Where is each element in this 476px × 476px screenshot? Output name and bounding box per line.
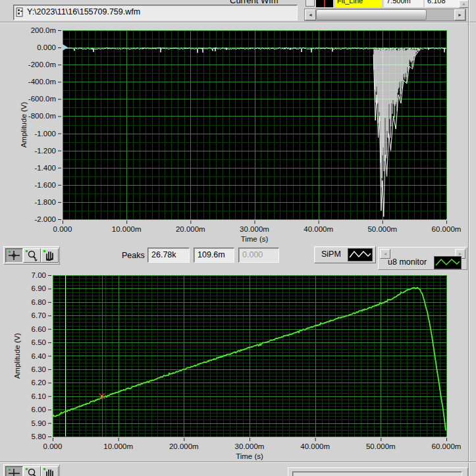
peaks-field-1-value: 26.78k <box>148 248 189 259</box>
x-axis-tick-label: 30.000m <box>235 442 265 450</box>
x-axis-title: Time (s) <box>241 235 269 243</box>
palette2-cursor-tool-button[interactable] <box>5 466 23 476</box>
hand-icon <box>41 467 58 476</box>
graph2-legend-label: u8 monitor <box>388 257 427 267</box>
peaks-field-2-value: 109.6m <box>194 248 234 259</box>
file-path-control[interactable]: Y:\2023\11\16\155709.759.wfm <box>13 5 298 20</box>
palette2-pan-tool-button[interactable] <box>41 466 59 476</box>
y-axis-tick-label: 6.40 <box>32 352 46 360</box>
peaks-label: Peaks <box>122 251 145 260</box>
top-divider <box>0 22 476 23</box>
scroll-right-button[interactable]: ► <box>454 9 465 20</box>
x-axis-tick-label: 40.000m <box>300 442 330 450</box>
cursor-x-cell[interactable]: 7.500m <box>384 0 423 7</box>
peaks-field-3: 0.000 <box>238 248 279 263</box>
hand-icon <box>41 249 58 262</box>
x-axis-tick-label: 10.000m <box>112 225 142 233</box>
x-axis-tick-label: 0.000 <box>43 442 63 450</box>
palette-cursor-tool-button[interactable] <box>5 248 23 263</box>
u8-monitor-waveform-icon[interactable] <box>434 256 462 269</box>
x-axis-tick-label: 20.000m <box>176 225 205 233</box>
graph-u8-monitor[interactable]: 0.00010.000m20.000m30.000m40.000m50.000m… <box>0 270 476 476</box>
y-axis-tick-label: 6.10 <box>32 392 46 400</box>
graph1-plot-legend[interactable]: SiPM <box>314 246 376 263</box>
cursor-legend-scroll-up-button[interactable]: ▲ <box>459 0 469 8</box>
cursor-legend-check-icon[interactable] <box>305 0 315 7</box>
y-axis-tick-label: 5.80 <box>32 433 46 440</box>
y-axis-tick-label: 6.60 <box>32 325 46 333</box>
x-axis-tick-label: 50.000m <box>367 225 397 233</box>
y-axis-tick-label: 6.80 <box>32 298 46 306</box>
graph1-palette <box>3 246 60 265</box>
palette-zoom-tool-button[interactable] <box>23 248 41 263</box>
palette-pan-tool-button[interactable] <box>41 248 59 263</box>
y-axis-title: Amplitude (V) <box>20 102 28 148</box>
y-axis-tick-label: -600.0m <box>28 95 56 103</box>
cursor-name-cell[interactable]: Fit_Line <box>335 0 382 7</box>
graph2-plot-legend-group: ◄ ► u8 monitor <box>378 247 467 270</box>
bottom-right-panel-inner <box>292 471 462 476</box>
graph2-palette <box>3 464 60 476</box>
y-axis-tick-label: -1.200 <box>34 147 56 155</box>
magnifier-icon <box>24 467 40 476</box>
y-axis-tick-label: 6.20 <box>32 379 46 386</box>
graph1-legend-label: SiPM <box>321 250 341 259</box>
y-axis-tick-label: 6.70 <box>32 311 46 319</box>
y-axis-tick-label: -1.800 <box>34 198 56 206</box>
cursor-y-cell[interactable]: 6.108 <box>425 0 459 7</box>
x-axis-tick-label: 50.000m <box>366 442 396 450</box>
bottom-divider <box>0 462 476 463</box>
x-axis-tick-label: 0.000 <box>53 225 72 233</box>
bottom-right-panel <box>288 467 468 476</box>
y-axis-tick-label: -800.0m <box>28 112 56 120</box>
y-axis-tick-label: 0.000 <box>37 43 56 51</box>
x-axis-tick-label: 60.000m <box>432 442 462 450</box>
y-axis-tick-label: -1.000 <box>34 130 56 138</box>
scroll-thumb[interactable] <box>316 9 427 20</box>
y-axis-tick-label: -400.0m <box>28 78 56 86</box>
cursor-style-icon[interactable] <box>316 0 333 7</box>
peaks-field-1[interactable]: 26.78k <box>147 248 190 263</box>
peaks-field-3-value: 0.000 <box>239 248 278 259</box>
file-path-text[interactable]: Y:\2023\11\16\155709.759.wfm <box>27 7 140 16</box>
y-axis-tick-label: -200.0m <box>28 61 56 68</box>
x-axis-tick-label: 40.000m <box>304 225 333 233</box>
x-axis-title: Time (s) <box>236 452 263 460</box>
labview-front-panel: { "colors": { "window_bg": "#d2d2d2", "p… <box>0 0 476 476</box>
y-axis-tick-label: 5.90 <box>32 419 46 427</box>
y-axis-tick-label: 6.30 <box>32 365 46 373</box>
x-axis-tick-label: 30.000m <box>240 225 269 233</box>
crosshair-icon <box>6 467 22 476</box>
y-axis-tick-label: 6.50 <box>32 338 46 346</box>
cursor-marker-center <box>101 396 103 397</box>
x-axis-tick-label: 60.000m <box>432 225 462 233</box>
y-axis-tick-label: 6.90 <box>32 284 46 292</box>
path-type-icon <box>16 7 24 20</box>
y-axis-tick-label: 200.0m <box>31 26 56 34</box>
scroll-left-button[interactable]: ◄ <box>305 9 316 20</box>
cursor-legend-hscrollbar[interactable]: ◄ ► <box>304 9 466 21</box>
x-axis-tick-label: 20.000m <box>169 442 199 450</box>
peaks-field-2[interactable]: 109.6m <box>194 248 234 263</box>
y-axis-tick-label: -2.000 <box>34 215 56 223</box>
magnifier-icon <box>24 249 40 262</box>
y-axis-tick-label: 7.00 <box>32 271 46 279</box>
y-axis-tick-label: -1.600 <box>34 181 56 189</box>
graph-sipm[interactable]: 0.00010.000m20.000m30.000m40.000m50.000m… <box>0 25 476 246</box>
crosshair-icon <box>6 249 22 262</box>
y-axis-title: Amplitude (V) <box>13 333 21 379</box>
x-axis-tick-label: 10.000m <box>103 442 133 450</box>
y-axis-tick-label: 6.00 <box>32 406 46 413</box>
sipm-waveform-icon[interactable] <box>348 248 373 261</box>
y-axis-tick-label: -1.400 <box>34 164 56 172</box>
palette2-zoom-tool-button[interactable] <box>23 466 41 476</box>
